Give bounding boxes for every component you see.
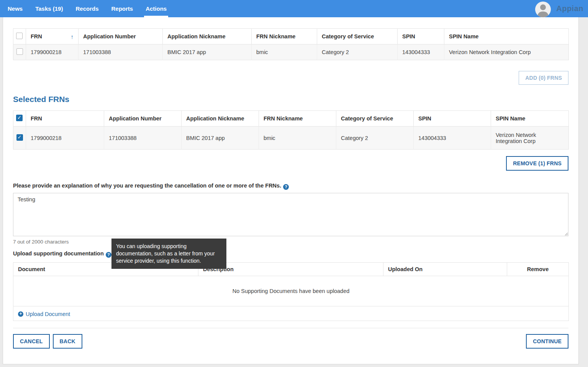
selected-frn-table: FRN Application Number Application Nickn…	[13, 110, 569, 150]
person-icon	[535, 2, 551, 17]
nav-right: Appian	[535, 0, 583, 17]
nav-item-records[interactable]: Records	[75, 0, 98, 17]
col-spin-name[interactable]: SPIN Name	[491, 111, 569, 127]
documents-empty-row: No Supporting Documents have been upload…	[13, 276, 569, 306]
row-checkbox-selected[interactable]	[16, 134, 23, 141]
row-checkbox[interactable]	[16, 48, 23, 55]
frn-table-header-row: FRN↑ Application Number Application Nick…	[13, 29, 569, 44]
col-application-nickname[interactable]: Application Nickname	[182, 111, 259, 127]
nav-item-reports[interactable]: Reports	[111, 0, 133, 17]
appian-logo: Appian	[556, 4, 583, 13]
upload-help-icon[interactable]: ?	[106, 252, 111, 258]
col-application-number[interactable]: Application Number	[104, 111, 182, 127]
col-spin[interactable]: SPIN	[398, 29, 444, 44]
cell-frn: 1799000218	[26, 44, 79, 60]
selected-frns-heading: Selected FRNs	[13, 95, 568, 104]
plus-icon: +	[18, 311, 23, 317]
cell-category-of-service: Category 2	[317, 44, 398, 60]
add-frns-button[interactable]: ADD (0) FRNS	[519, 71, 568, 85]
upload-document-link[interactable]: +Upload Document	[18, 311, 70, 317]
upload-document-label: Upload Document	[26, 311, 70, 317]
selected-table-header-row: FRN Application Number Application Nickn…	[13, 111, 569, 127]
character-count: 7 out of 2000 characters	[13, 239, 568, 245]
frn-table: FRN↑ Application Number Application Nick…	[13, 28, 569, 60]
frn-table-row: 1799000218 171003388 BMIC 2017 app bmic …	[13, 44, 569, 60]
select-all-checkbox-selected[interactable]	[16, 115, 23, 121]
cell-category-of-service: Category 2	[336, 127, 414, 150]
user-avatar[interactable]	[535, 2, 551, 17]
cell-spin: 143004333	[414, 127, 491, 150]
upload-help-tooltip: You can uploading supporting documentati…	[111, 239, 226, 269]
explanation-textarea[interactable]: Testing	[13, 193, 568, 236]
col-application-number[interactable]: Application Number	[79, 29, 163, 44]
select-all-checkbox[interactable]	[16, 33, 23, 39]
documents-table: Document Description Uploaded On Remove …	[13, 262, 569, 321]
nav-item-tasks[interactable]: Tasks (19)	[35, 0, 63, 17]
cell-frn: 1799000218	[26, 127, 104, 150]
cancel-button[interactable]: CANCEL	[13, 334, 50, 349]
selected-table-row: 1799000218 171003388 BMIC 2017 app bmic …	[13, 127, 569, 150]
col-frn[interactable]: FRN↑	[26, 29, 79, 44]
footer-divider	[13, 328, 568, 328]
main-content: FRN↑ Application Number Application Nick…	[3, 17, 579, 364]
upload-documentation-label: Upload supporting documentation	[13, 250, 104, 257]
col-category-of-service[interactable]: Category of Service	[336, 111, 414, 127]
nav-item-news[interactable]: News	[8, 0, 23, 17]
cell-spin: 143004333	[398, 44, 444, 60]
cell-application-nickname: BMIC 2017 app	[163, 44, 252, 60]
documents-header-row: Document Description Uploaded On Remove	[13, 263, 569, 276]
col-frn-nickname[interactable]: FRN Nickname	[252, 29, 317, 44]
col-spin-name[interactable]: SPIN Name	[444, 29, 569, 44]
no-documents-message: No Supporting Documents have been upload…	[13, 276, 569, 306]
back-button[interactable]: BACK	[53, 334, 82, 349]
top-nav-bar: News Tasks (19) Records Reports Actions …	[0, 0, 588, 17]
col-remove: Remove	[507, 263, 569, 276]
col-application-nickname[interactable]: Application Nickname	[163, 29, 252, 44]
col-frn-nickname[interactable]: FRN Nickname	[259, 111, 336, 127]
explanation-label: Please provide an explanation of why you…	[13, 183, 281, 189]
sort-asc-icon[interactable]: ↑	[71, 33, 74, 40]
col-category-of-service[interactable]: Category of Service	[317, 29, 398, 44]
cell-frn-nickname: bmic	[252, 44, 317, 60]
col-frn[interactable]: FRN	[26, 111, 104, 127]
cell-application-number: 171003388	[104, 127, 182, 150]
explanation-help-icon[interactable]: ?	[283, 184, 289, 190]
remove-frns-button[interactable]: REMOVE (1) FRNS	[506, 156, 568, 171]
cell-application-nickname: BMIC 2017 app	[182, 127, 259, 150]
cell-spin-name: Verizon Network Integration Corp	[491, 127, 569, 150]
cell-spin-name: Verizon Network Integration Corp	[444, 44, 569, 60]
upload-document-row: +Upload Document	[13, 306, 569, 321]
cell-frn-nickname: bmic	[259, 127, 336, 150]
cell-application-number: 171003388	[79, 44, 163, 60]
col-uploaded-on: Uploaded On	[383, 263, 507, 276]
col-frn-label: FRN	[31, 33, 42, 39]
nav-item-actions[interactable]: Actions	[146, 0, 167, 17]
col-spin[interactable]: SPIN	[414, 111, 491, 127]
continue-button[interactable]: CONTINUE	[526, 334, 568, 349]
